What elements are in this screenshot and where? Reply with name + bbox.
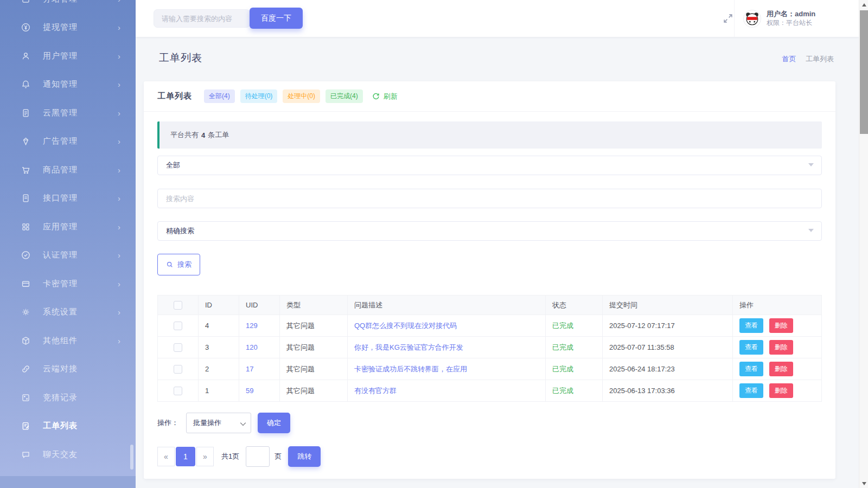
status-badge: 已完成 [552, 322, 573, 330]
file-icon [21, 193, 31, 203]
sidebar-item-goods[interactable]: 商品管理 › [0, 156, 136, 184]
cell-desc-link[interactable]: 有没有官方群 [354, 387, 397, 395]
delete-button[interactable]: 删除 [769, 362, 793, 376]
row-checkbox[interactable] [174, 387, 182, 395]
cell-desc-link[interactable]: 卡密验证成功后不跳转界面，在应用 [354, 365, 467, 373]
sidebar-item-label: 系统设置 [43, 307, 118, 317]
top-navbar: 百度一下 用户名：admin 权限：平台站长 [136, 0, 859, 37]
tab-pending[interactable]: 待处理(0) [240, 89, 278, 103]
sidebar-item-notice[interactable]: 通知管理 › [0, 70, 136, 99]
page-title: 工单列表 [159, 51, 835, 65]
user-menu[interactable]: 用户名：admin 权限：平台站长 [734, 0, 859, 37]
mode-filter-select[interactable]: 精确搜索 [157, 221, 822, 241]
status-badge: 已完成 [552, 387, 573, 395]
sidebar-item-work-orders[interactable]: 工单列表 [0, 412, 136, 441]
search-button[interactable]: 搜索 [157, 254, 200, 275]
tab-all[interactable]: 全部(4) [204, 89, 235, 103]
cell-time: 2025-07-07 11:35:58 [603, 337, 733, 358]
link-icon [21, 364, 31, 374]
work-order-table: ID UID 类型 问题描述 状态 提交时间 操作 4 129 其它问题 [157, 295, 822, 402]
sidebar-item-settings[interactable]: 系统设置 › [0, 298, 136, 327]
scrollbar-down-arrow-icon[interactable] [859, 479, 868, 488]
bulk-select-value: 批量操作 [193, 418, 221, 428]
sidebar-item-users[interactable]: 用户管理 › [0, 42, 136, 70]
pagination-prev-button[interactable]: « [157, 447, 175, 466]
sidebar-scrollbar-thumb[interactable] [130, 445, 133, 470]
row-checkbox[interactable] [174, 365, 182, 374]
pagination-jump-input[interactable] [246, 446, 270, 467]
cell-uid-link[interactable]: 17 [246, 365, 253, 373]
sidebar-item-api[interactable]: 接口管理 › [0, 184, 136, 213]
cart-icon [21, 165, 31, 175]
row-checkbox[interactable] [174, 343, 182, 352]
delete-button[interactable]: 删除 [769, 383, 793, 398]
chevron-right-icon: › [118, 108, 120, 118]
breadcrumb-current: 工单列表 [806, 55, 834, 63]
chevron-right-icon: › [118, 194, 120, 203]
bulk-actions: 操作： 批量操作 确定 [157, 413, 822, 433]
cell-time: 2025-07-12 07:17:17 [603, 315, 733, 337]
delete-button[interactable]: 删除 [769, 340, 793, 355]
breadcrumb-home-link[interactable]: 首页 [782, 55, 796, 63]
type-filter-select[interactable]: 全部 [157, 156, 822, 175]
sidebar-item-cloud-connect[interactable]: 云端对接 [0, 355, 136, 384]
sidebar-item-cardkey[interactable]: 卡密管理 › [0, 269, 136, 298]
view-button[interactable]: 查看 [739, 318, 763, 333]
row-checkbox[interactable] [174, 322, 182, 330]
bulk-action-select[interactable]: 批量操作 [186, 413, 251, 433]
caret-down-icon [808, 163, 814, 166]
bell-icon [21, 79, 31, 89]
chevron-right-icon: › [118, 165, 120, 175]
view-button[interactable]: 查看 [739, 340, 763, 355]
sidebar-item-components[interactable]: 其他组件 › [0, 326, 136, 355]
cell-uid-link[interactable]: 129 [246, 322, 258, 330]
scrollbar-up-arrow-icon[interactable] [859, 0, 868, 9]
cell-type: 其它问题 [280, 315, 348, 337]
scrollbar-thumb[interactable] [860, 10, 868, 134]
sidebar-item-label: 商品管理 [43, 165, 118, 175]
sidebar-item-branch[interactable]: 分站管理 › [0, 0, 136, 14]
cube-icon [21, 336, 31, 346]
delete-button[interactable]: 删除 [769, 318, 793, 333]
cell-uid-link[interactable]: 120 [246, 343, 258, 351]
cell-id: 1 [199, 380, 239, 402]
pagination-jump-button[interactable]: 跳转 [288, 446, 321, 467]
baidu-search-button[interactable]: 百度一下 [250, 8, 303, 29]
tab-done[interactable]: 已完成(4) [326, 89, 363, 103]
check-circle-icon [21, 250, 31, 260]
select-all-checkbox[interactable] [174, 301, 182, 310]
sidebar-item-chat[interactable]: 聊天交友 [0, 440, 136, 469]
sidebar-item-ads[interactable]: 广告管理 › [0, 127, 136, 156]
card-body: 平台共有 4 条工单 全部 精确搜索 搜索 [144, 112, 835, 479]
window-scrollbar[interactable] [859, 0, 868, 488]
tab-processing[interactable]: 处理中(0) [283, 89, 320, 103]
sidebar-item-auth[interactable]: 认证管理 › [0, 241, 136, 270]
pagination-next-button[interactable]: » [196, 447, 214, 466]
refresh-button[interactable]: 刷新 [372, 92, 398, 101]
cell-desc-link[interactable]: QQ群怎么搜不到现在没对接代码 [354, 322, 457, 330]
cell-desc-link[interactable]: 你好，我是KG云验证官方合作开发 [354, 343, 463, 351]
keyword-input[interactable] [166, 195, 813, 203]
status-tabs: 全部(4) 待处理(0) 处理中(0) 已完成(4) [204, 89, 363, 103]
pagination-page-1[interactable]: 1 [176, 447, 195, 466]
bulk-label: 操作： [157, 418, 178, 428]
bulk-confirm-button[interactable]: 确定 [258, 413, 290, 433]
fullscreen-icon[interactable] [722, 12, 734, 24]
cell-uid-link[interactable]: 59 [246, 387, 253, 395]
sidebar-item-guess-records[interactable]: 竞猜记录 [0, 383, 136, 412]
sidebar-item-apps[interactable]: 应用管理 › [0, 213, 136, 241]
refresh-label: 刷新 [384, 92, 398, 101]
clipboard-edit-icon [21, 421, 31, 431]
global-search-input[interactable] [154, 9, 250, 28]
search-button-label: 搜索 [177, 260, 192, 269]
sidebar-menu: 分站管理 › 提现管理 › 用户管理 › 通知管理 › 云黑管理 › 广告管理 … [0, 0, 136, 469]
dice-icon [21, 393, 31, 403]
chevron-right-icon: › [118, 52, 120, 61]
view-button[interactable]: 查看 [739, 362, 763, 376]
sidebar-item-withdraw[interactable]: 提现管理 › [0, 14, 136, 42]
gem-icon [21, 136, 31, 146]
sidebar-item-blacklist[interactable]: 云黑管理 › [0, 99, 136, 127]
status-badge: 已完成 [552, 365, 573, 373]
view-button[interactable]: 查看 [739, 383, 763, 398]
table-header-row: ID UID 类型 问题描述 状态 提交时间 操作 [158, 296, 822, 315]
